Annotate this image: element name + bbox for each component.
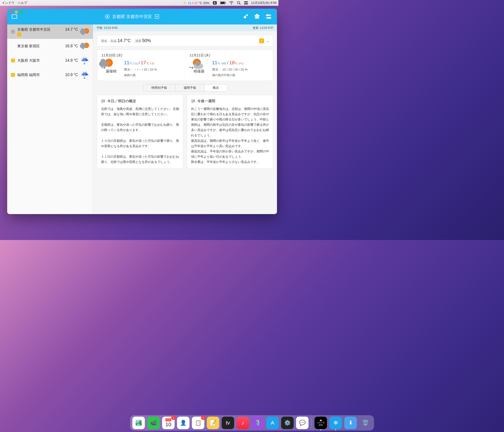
chevron-down-icon[interactable]: ⌄ [266,38,270,43]
settings-toggle-icon[interactable] [265,13,272,20]
svg-point-22 [102,100,103,101]
svg-rect-6 [244,1,248,2]
overview-week-text: 向こう一週間の近畿地方は、北部は、期間の中頃に高気圧に覆われて晴れる日もある見込… [191,106,269,165]
sidebar-item-osaka[interactable]: ! 大阪府 大阪市 14.9 °C ☔ [7,53,93,68]
weather-rain-icon: ☔ [81,57,89,64]
input-source-indicator[interactable]: A [213,1,217,5]
spotlight-icon[interactable] [237,1,241,5]
forecast-precip: 10 / 20 / 20 / 20 % [222,68,248,71]
current-temp-label: 現在：気温 [101,39,117,43]
menubar: インドウ ヘルプ ⛅ 11/17°C 20% A 11月10日(水) 9:58 [0,0,279,6]
sidebar-item-fukuoka[interactable]: ! 福岡県 福岡市 10.9 °C ☔ [7,68,93,82]
close-button[interactable] [10,10,13,13]
battery-icon[interactable] [220,1,226,4]
forecast-temps: 11°C (±0) / 18°C (+1) [212,60,269,65]
sidebar-item-temp: 14.7 °C [61,27,78,32]
two-day-forecast-card: 11月10日 (水) ↪ 曇後晴 11°C (-1) / 17°C (-2 [97,50,273,81]
speech-bubble-icon [101,99,105,103]
control-center-icon[interactable] [244,1,248,5]
minimize-button[interactable] [15,10,18,13]
overview-week-card: 今後一週間 向こう一週間の近畿地方は、北部は、期間の中頃に高気圧に覆われて晴れる… [187,95,273,169]
svg-point-3 [231,4,232,5]
sidebar-item-tokyo[interactable]: 東京都 新宿区 16.8 °C ↪ [7,39,93,53]
update-label: 更新: [253,26,259,29]
menu-item-help[interactable]: ヘルプ [18,1,27,5]
menubar-weather-hi: 17 [194,1,198,5]
menubar-weather-pct: 20% [203,1,209,5]
view-segmented-control: 時間別予報 週間予報 概況 [97,84,273,91]
menubar-datetime[interactable]: 11月10日(水) 9:58 [251,1,277,5]
forecast-precip: -- / -- / 20 / 10 % [135,68,157,71]
sidebar-item-label: 京都府 京都市中京区 [17,27,60,32]
overview-today-title: 今日／明日の概況 [107,99,136,103]
svg-point-4 [237,1,240,4]
dropdown-icon[interactable] [155,14,159,19]
alert-icon: ! [11,73,15,77]
svg-point-13 [258,15,260,17]
sidebar-item-temp: 10.9 °C [61,73,78,77]
zoom-button[interactable] [20,10,23,13]
flower-icon[interactable] [254,13,260,20]
sidebar-item-temp: 14.9 °C [61,58,78,63]
tab-weekly[interactable]: 週間予報 [175,84,205,91]
sidebar-item-temp: 16.8 °C [61,44,78,48]
menubar-weather[interactable]: ⛅ 11/17°C 20% [183,1,209,5]
overview-week-title: 今後一週間 [197,99,215,103]
current-conditions-card: 現在：気温 14.7°C 湿度 50% ! ⌄ [97,35,273,46]
svg-point-12 [256,14,258,16]
weather-suncloud-icon: ↪ [80,28,90,36]
titlebar: 京都府 京都市中京区 [7,9,277,25]
speech-bubble-icon [191,99,195,103]
app-window: 京都府 京都市中京区 京都府 京都市中京区 14.7 °C ! [7,9,277,214]
overview-today-text: 北部では、強風や高波、高潮に注意してください。京都府では、急な強い雨や落雷に注意… [101,106,179,165]
overview-section: 今日／明日の概況 北部では、強風や高波、高潮に注意してください。京都府では、急な… [97,95,273,169]
satellite-icon[interactable] [243,13,249,20]
svg-point-15 [255,17,257,19]
title-location[interactable]: 京都府 京都市中京区 [22,14,243,19]
title-location-text: 京都府 京都市中京区 [112,14,152,19]
svg-point-23 [103,100,104,101]
svg-point-27 [194,100,194,101]
meta-row: 予報: 11/10 8:00 更新: 11/10 9:57 [93,25,277,31]
menubar-weather-lo: 11 [188,1,191,5]
menu-item-window[interactable]: インドウ [2,1,14,5]
current-temp-value: 14.7°C [117,38,131,43]
weather-rain-icon: ☔ [81,71,89,79]
forecast-date: 11月10日 (水) [101,53,181,58]
location-arrow-icon [11,29,15,34]
weather-suncloud-icon: ↪ [80,42,90,50]
sidebar: 京都府 京都市中京区 14.7 °C ! ↪ 東京都 新宿区 16.8 °C ↪… [7,25,93,214]
forecast-date: 11月11日 (木) [189,53,269,58]
svg-point-18 [270,15,270,16]
wifi-icon[interactable] [229,1,234,5]
forecast-label: 予報: [97,26,103,29]
sidebar-item-label: 大阪府 大阪市 [17,58,59,63]
current-hum-label: 湿度 [135,39,141,43]
weather-icon: ⛅ [183,1,187,5]
svg-rect-2 [225,2,225,4]
svg-rect-1 [221,2,225,4]
alert-icon: ! [17,32,21,36]
forecast-time: 11/10 8:00 [104,26,117,29]
svg-line-10 [245,15,246,16]
sidebar-item-kyoto[interactable]: 京都府 京都市中京区 14.7 °C ! ↪ [7,25,93,39]
weather-suncloud-icon: ↪ [99,58,114,70]
forecast-day-tomorrow: 11月11日 (木) ↪ 晴後曇 11°C (±0) / 18°C (+1 [185,50,273,81]
sidebar-item-label: 福岡県 福岡市 [17,73,59,77]
weather-suncloud-icon: ↪ [187,58,202,70]
forecast-wind: 南西の風 [124,73,181,77]
svg-line-5 [239,4,241,5]
tab-hourly[interactable]: 時間別予報 [143,84,175,91]
svg-rect-7 [244,3,248,4]
svg-point-16 [255,15,257,17]
forecast-wind: 南の風日中西の風 [212,73,269,77]
svg-point-25 [192,100,193,101]
alert-icon[interactable]: ! [259,38,264,43]
sidebar-toggle-icon[interactable] [12,14,17,19]
tab-overview[interactable]: 概況 [205,84,227,91]
window-controls [10,10,23,13]
svg-point-24 [104,100,104,101]
svg-point-26 [193,100,194,101]
svg-point-20 [266,17,267,18]
overview-today-card: 今日／明日の概況 北部では、強風や高波、高潮に注意してください。京都府では、急な… [97,95,183,169]
